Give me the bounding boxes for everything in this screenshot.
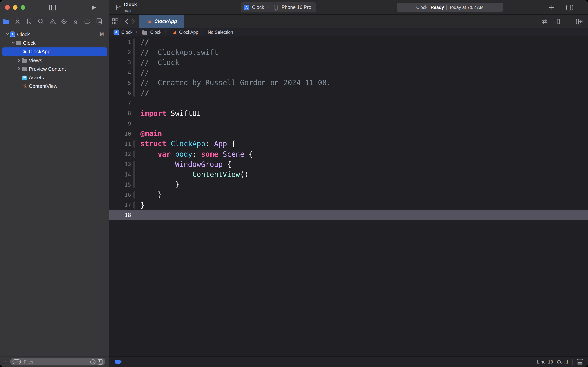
filter-menu-icon[interactable] (12, 359, 21, 364)
sidebar-item-clock[interactable]: Clock (2, 39, 107, 47)
bookmark-navigator-icon[interactable] (23, 15, 35, 28)
sidebar-item-assets[interactable]: Assets (2, 73, 107, 82)
report-navigator-icon[interactable] (93, 15, 105, 28)
tab-clockapp[interactable]: ClockApp (139, 15, 184, 28)
code-line[interactable]: 2// ClockApp.swift (109, 47, 588, 57)
line-col-indicator: Line: 18 Col: 1 (537, 359, 588, 365)
back-chevron-icon[interactable] (125, 19, 128, 24)
run-button[interactable] (91, 4, 96, 10)
code-line[interactable]: 16 } (109, 190, 588, 200)
code-text: // Created by Russell Gordon on 2024-11-… (131, 79, 331, 87)
folder-icon (142, 30, 148, 35)
sidebar-item-preview-content[interactable]: Preview Content (2, 65, 107, 73)
code-text: } (131, 201, 145, 209)
line-number: 2 (109, 49, 131, 55)
minimize-window-button[interactable] (13, 5, 17, 10)
app-project-icon: A (10, 32, 17, 37)
project-navigator-icon[interactable] (0, 15, 12, 28)
add-file-button[interactable] (0, 359, 10, 364)
code-line[interactable]: 11struct ClockApp: App { (109, 139, 588, 149)
source-control-navigator-icon[interactable] (12, 15, 23, 28)
code-line[interactable]: 12 var body: some Scene { (109, 149, 588, 159)
test-navigator-icon[interactable] (58, 15, 70, 28)
editor-layout-icon[interactable] (566, 4, 573, 10)
zoom-window-button[interactable] (21, 5, 25, 10)
scheme-device-label: iPhone 16 Pro (281, 5, 311, 10)
code-line[interactable]: 17} (109, 200, 588, 210)
disclosure-open-icon[interactable] (5, 32, 10, 36)
sidebar-editor-divider[interactable] (109, 0, 109, 367)
code-line[interactable]: 13 WindowGroup { (109, 159, 588, 169)
sidebar-item-contentview[interactable]: ContentView (2, 82, 107, 91)
code-line[interactable]: 15 } (109, 179, 588, 190)
status-prefix: Clock: (416, 5, 429, 10)
forward-chevron-icon[interactable] (131, 19, 135, 24)
source-editor[interactable]: 1//2// ClockApp.swift3// Clock4//5// Cre… (109, 37, 588, 356)
jumpbar-item[interactable]: AClock (114, 30, 133, 35)
disclosure-closed-icon[interactable] (16, 67, 21, 71)
toolbar-right-buttons (549, 0, 588, 15)
sidebar-item-clock[interactable]: AClockM (2, 30, 107, 39)
breakpoint-tag-icon[interactable] (115, 360, 122, 364)
assets-icon (21, 75, 29, 80)
debug-area-icon[interactable] (577, 359, 583, 365)
plusminus-box-icon[interactable] (98, 359, 103, 365)
sidebar-toggle-icon[interactable] (49, 4, 56, 10)
sidebar-item-views[interactable]: Views (2, 56, 107, 65)
close-window-button[interactable] (5, 5, 10, 10)
sidebar-item-label: Views (29, 57, 42, 63)
code-line[interactable]: 5// Created by Russell Gordon on 2024-11… (109, 78, 588, 88)
folder-icon (21, 67, 29, 72)
recents-clock-icon[interactable] (90, 359, 96, 365)
line-number: 1 (109, 39, 131, 45)
code-text: // (131, 89, 149, 97)
line-number: 15 (109, 181, 131, 188)
sidebar-item-clockapp[interactable]: ClockApp (2, 47, 107, 56)
tabbar-divider (121, 18, 121, 25)
file-tree: AClockMClockClockAppViewsPreview Content… (0, 30, 109, 91)
jumpbar-item[interactable]: No Selection (208, 30, 233, 35)
jumpbar-item[interactable]: ClockApp (171, 29, 198, 35)
jumpbar-chevron: 〉 (135, 30, 139, 35)
line-number: 10 (109, 131, 131, 137)
related-items-icon[interactable] (112, 18, 118, 25)
jumpbar-item[interactable]: Clock (142, 30, 162, 35)
issue-navigator-icon[interactable] (47, 15, 58, 28)
jumpbar-item-label: Clock (121, 30, 133, 35)
git-branch-icon (115, 0, 121, 15)
minimap-icon[interactable] (553, 18, 560, 24)
jumpbar-chevron: 〉 (201, 30, 205, 35)
code-line[interactable]: 10@main (109, 128, 588, 139)
code-line[interactable]: 8import SwiftUI (109, 108, 588, 118)
jumpbar-item-label: No Selection (208, 30, 233, 35)
editor-tab-bar: ClockApp (109, 15, 588, 28)
code-text: struct ClockApp: App { (131, 140, 236, 148)
plus-icon[interactable] (549, 5, 554, 10)
svg-text:A: A (11, 33, 14, 36)
code-line[interactable]: 9 (109, 118, 588, 128)
code-line[interactable]: 1// (109, 37, 588, 47)
code-line[interactable]: 7 (109, 98, 588, 108)
current-code-line[interactable]: 18 (109, 210, 588, 220)
code-line[interactable]: 6// (109, 88, 588, 98)
debug-navigator-icon[interactable] (70, 15, 82, 28)
disclosure-closed-icon[interactable] (16, 58, 21, 62)
code-text: import SwiftUI (131, 109, 201, 117)
breakpoint-navigator-icon[interactable] (82, 15, 93, 28)
code-text: ContentView() (131, 170, 249, 178)
filter-input[interactable] (23, 359, 88, 365)
code-text: @main (131, 130, 162, 138)
disclosure-open-icon[interactable] (10, 41, 16, 45)
activity-status[interactable]: Clock: Ready | Today at 7:02 AM (397, 3, 503, 12)
sidebar-item-label: Clock (17, 31, 30, 37)
scheme-selector[interactable]: A Clock 〉 iPhone 16 Pro (241, 2, 316, 12)
sidebar-item-label: Assets (29, 75, 44, 81)
code-line[interactable]: 4// (109, 67, 588, 78)
code-line[interactable]: 3// Clock (109, 57, 588, 67)
find-navigator-icon[interactable] (35, 15, 47, 28)
code-line[interactable]: 14 ContentView() (109, 169, 588, 179)
code-review-icon[interactable] (541, 19, 548, 24)
jumpbar-item-label: Clock (150, 30, 162, 35)
add-editor-icon[interactable] (576, 18, 583, 24)
filter-field[interactable] (10, 358, 105, 366)
